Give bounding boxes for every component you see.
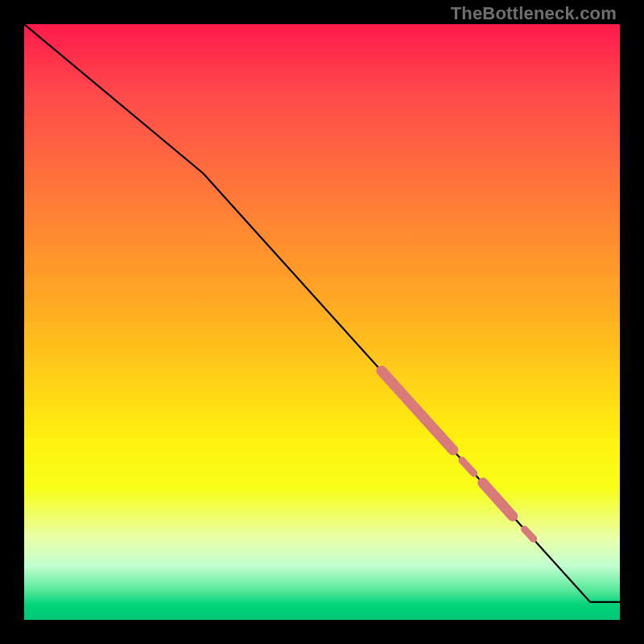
highlight-segment [462, 460, 474, 473]
highlight-segment [525, 530, 534, 539]
highlight-segment [382, 371, 453, 450]
chart-stage: TheBottleneck.com [0, 0, 644, 644]
chart-svg [24, 24, 620, 620]
plot-area [24, 24, 620, 620]
highlight-segment [483, 483, 513, 516]
main-curve [24, 24, 620, 602]
watermark-text: TheBottleneck.com [451, 3, 617, 24]
